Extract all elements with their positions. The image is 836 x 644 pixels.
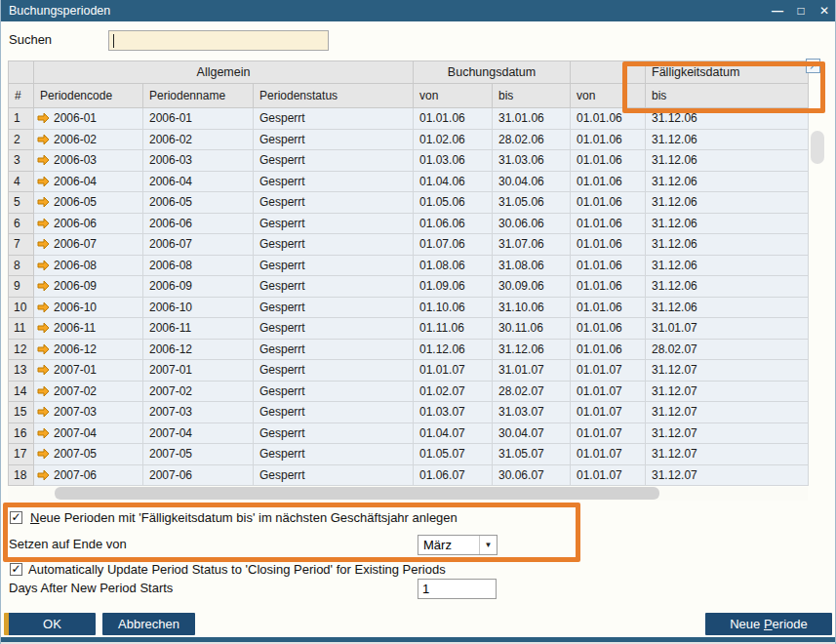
buchungsperioden-window: Buchungsperioden — □ ✕ Suchen Allgemein … bbox=[0, 0, 836, 644]
periodenname-cell: 2006-05 bbox=[143, 192, 254, 214]
periodenstatus-cell: Gesperrt bbox=[254, 381, 414, 402]
search-input[interactable] bbox=[108, 30, 329, 51]
table-row[interactable]: 6 2006-06 2006-06 Gesperrt 01.06.06 30.0… bbox=[9, 213, 809, 234]
periodencode-value: 2006-10 bbox=[54, 301, 97, 314]
periodencode-value: 2007-04 bbox=[54, 426, 97, 440]
table-row[interactable]: 2 2006-02 2006-02 Gesperrt 01.02.06 28.0… bbox=[9, 129, 809, 150]
title-bar[interactable]: Buchungsperioden — □ ✕ bbox=[1, 0, 836, 21]
new-period-button[interactable]: Neue Periode bbox=[705, 613, 832, 635]
table-group-header-row: Allgemein Buchungsdatum Fälligkeitsdatum bbox=[9, 61, 809, 84]
buchung-von-cell: 01.05.07 bbox=[414, 444, 493, 465]
link-arrow-icon[interactable] bbox=[37, 448, 50, 460]
link-arrow-icon[interactable] bbox=[37, 280, 50, 292]
table-row[interactable]: 13 2007-01 2007-01 Gesperrt 01.01.07 31.… bbox=[9, 360, 809, 382]
faelligkeit-bis-cell: 31.12.07 bbox=[646, 464, 809, 486]
faelligkeit-bis-cell: 31.12.06 bbox=[646, 213, 809, 234]
table-row[interactable]: 3 2006-03 2006-03 Gesperrt 01.03.06 31.0… bbox=[9, 150, 809, 172]
group-header-buchungsdatum: Buchungsdatum bbox=[414, 61, 571, 84]
faelligkeit-bis-cell: 31.12.06 bbox=[646, 150, 809, 172]
link-arrow-icon[interactable] bbox=[37, 196, 50, 208]
table-row[interactable]: 15 2007-03 2007-03 Gesperrt 01.03.07 31.… bbox=[9, 402, 809, 423]
close-icon[interactable]: ✕ bbox=[817, 0, 831, 21]
table-row[interactable]: 12 2006-12 2006-12 Gesperrt 01.12.06 31.… bbox=[9, 339, 809, 360]
buchung-von-cell: 01.04.07 bbox=[414, 423, 493, 444]
new-periods-checkbox[interactable]: ✓ bbox=[10, 511, 22, 524]
link-arrow-icon[interactable] bbox=[37, 154, 50, 166]
faelligkeit-von-cell: 01.01.06 bbox=[571, 234, 646, 256]
link-arrow-icon[interactable] bbox=[37, 427, 50, 439]
link-arrow-icon[interactable] bbox=[37, 134, 50, 145]
buchung-von-cell: 01.06.07 bbox=[414, 464, 493, 486]
maximize-icon[interactable]: □ bbox=[794, 0, 808, 21]
table-row[interactable]: 10 2006-10 2006-10 Gesperrt 01.10.06 31.… bbox=[9, 297, 809, 318]
days-after-label: Days After New Period Starts bbox=[9, 581, 173, 595]
periodenname-cell: 2006-02 bbox=[143, 129, 254, 150]
link-arrow-icon[interactable] bbox=[37, 343, 50, 355]
table-row[interactable]: 16 2007-04 2007-04 Gesperrt 01.04.07 30.… bbox=[9, 423, 809, 444]
table-row[interactable]: 11 2006-11 2006-11 Gesperrt 01.11.06 30.… bbox=[9, 318, 809, 340]
faelligkeit-von-cell: 01.01.07 bbox=[571, 464, 646, 486]
faelligkeit-von-cell: 01.01.06 bbox=[571, 276, 646, 298]
buchung-von-cell: 01.01.06 bbox=[414, 108, 493, 130]
periodencode-cell: 2007-05 bbox=[34, 444, 143, 465]
search-label: Suchen bbox=[9, 32, 52, 47]
periodencode-value: 2006-01 bbox=[54, 111, 97, 125]
periodenname-cell: 2007-02 bbox=[143, 381, 254, 402]
month-dropdown-value: März bbox=[418, 538, 479, 552]
periodencode-cell: 2006-12 bbox=[34, 339, 143, 360]
periodenstatus-cell: Gesperrt bbox=[254, 276, 414, 298]
link-arrow-icon[interactable] bbox=[37, 238, 50, 250]
link-arrow-icon[interactable] bbox=[37, 406, 50, 418]
buchung-von-cell: 01.07.06 bbox=[414, 234, 493, 256]
table-row[interactable]: 18 2007-06 2007-06 Gesperrt 01.06.07 30.… bbox=[9, 464, 809, 486]
link-arrow-icon[interactable] bbox=[37, 364, 50, 376]
buchung-bis-cell: 31.05.07 bbox=[493, 444, 571, 465]
days-after-input[interactable]: 1 bbox=[418, 579, 497, 599]
periodencode-value: 2007-05 bbox=[54, 447, 97, 461]
faelligkeit-bis-cell: 31.12.06 bbox=[646, 129, 809, 150]
auto-update-status-checkbox[interactable]: ✓ bbox=[10, 563, 22, 576]
table-row[interactable]: 17 2007-05 2007-05 Gesperrt 01.05.07 31.… bbox=[9, 444, 809, 465]
periodenname-cell: 2007-04 bbox=[143, 423, 254, 444]
periodenname-cell: 2006-01 bbox=[143, 108, 254, 130]
periodencode-cell: 2007-03 bbox=[34, 402, 143, 423]
table-row[interactable]: 5 2006-05 2006-05 Gesperrt 01.05.06 31.0… bbox=[9, 192, 809, 214]
link-arrow-icon[interactable] bbox=[37, 218, 50, 229]
ok-button[interactable]: OK bbox=[4, 613, 96, 635]
horizontal-scrollbar-thumb[interactable] bbox=[55, 487, 659, 500]
buchung-bis-cell: 30.06.07 bbox=[493, 464, 571, 486]
periodenstatus-cell: Gesperrt bbox=[254, 464, 414, 486]
cancel-button[interactable]: Abbrechen bbox=[102, 613, 195, 635]
periodencode-cell: 2006-04 bbox=[34, 171, 143, 192]
periodencode-cell: 2006-03 bbox=[34, 150, 143, 172]
link-arrow-icon[interactable] bbox=[37, 176, 50, 187]
group-header-faelligkeitsdatum: Fälligkeitsdatum bbox=[646, 61, 809, 84]
link-arrow-icon[interactable] bbox=[37, 469, 50, 481]
table-row[interactable]: 4 2006-04 2006-04 Gesperrt 01.04.06 30.0… bbox=[9, 171, 809, 192]
horizontal-scrollbar[interactable] bbox=[8, 487, 808, 501]
maximize-grid-icon[interactable]: ↗ bbox=[806, 59, 820, 73]
link-arrow-icon[interactable] bbox=[37, 385, 50, 397]
periodencode-value: 2006-06 bbox=[54, 217, 97, 230]
periodenstatus-cell: Gesperrt bbox=[254, 360, 414, 382]
table-row[interactable]: 7 2006-07 2006-07 Gesperrt 01.07.06 31.0… bbox=[9, 234, 809, 256]
link-arrow-icon[interactable] bbox=[37, 302, 50, 313]
periodencode-cell: 2006-07 bbox=[34, 234, 143, 256]
row-number-cell: 11 bbox=[9, 318, 34, 340]
periodenstatus-cell: Gesperrt bbox=[254, 423, 414, 444]
link-arrow-icon[interactable] bbox=[37, 322, 50, 334]
faelligkeit-von-cell: 01.01.06 bbox=[571, 192, 646, 214]
table-row[interactable]: 9 2006-09 2006-09 Gesperrt 01.09.06 30.0… bbox=[9, 276, 809, 298]
minimize-icon[interactable]: — bbox=[771, 0, 784, 21]
month-dropdown[interactable]: März ▼ bbox=[418, 535, 498, 555]
link-arrow-icon[interactable] bbox=[37, 112, 50, 124]
vertical-scrollbar-thumb[interactable] bbox=[811, 131, 824, 164]
row-number-cell: 14 bbox=[9, 381, 34, 402]
link-arrow-icon[interactable] bbox=[37, 260, 50, 271]
periodenname-cell: 2007-06 bbox=[143, 464, 254, 486]
table-row[interactable]: 8 2006-08 2006-08 Gesperrt 01.08.06 31.0… bbox=[9, 255, 809, 276]
table-row[interactable]: 1 2006-01 2006-01 Gesperrt 01.01.06 31.0… bbox=[9, 108, 809, 130]
row-number-cell: 2 bbox=[9, 129, 34, 150]
table-row[interactable]: 14 2007-02 2007-02 Gesperrt 01.02.07 28.… bbox=[9, 381, 809, 402]
periodencode-value: 2006-11 bbox=[54, 321, 96, 335]
